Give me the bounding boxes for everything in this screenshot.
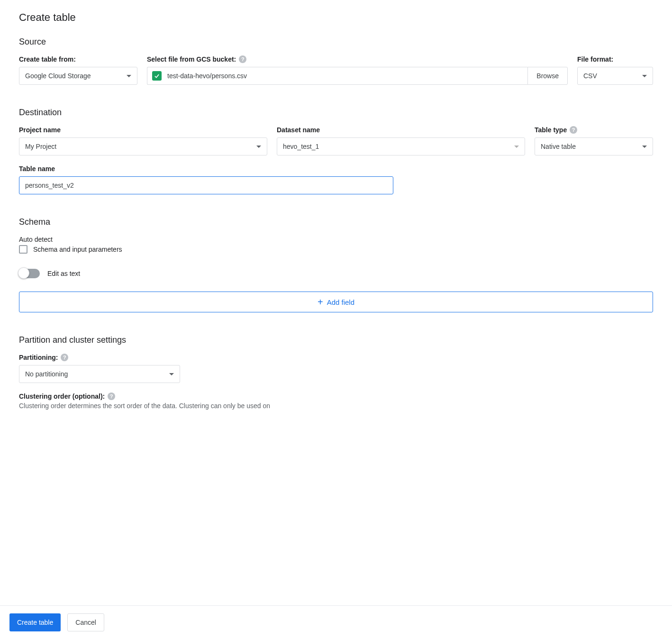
caret-down-icon — [642, 75, 647, 77]
edit-as-text-label: Edit as text — [47, 270, 80, 277]
clustering-label: Clustering order (optional): ? — [19, 393, 653, 400]
partitioning-label: Partitioning: ? — [19, 354, 180, 361]
destination-title: Destination — [19, 108, 653, 118]
caret-down-icon — [169, 373, 174, 375]
help-icon[interactable]: ? — [108, 393, 115, 400]
toggle-knob — [18, 267, 29, 279]
edit-as-text-toggle[interactable] — [19, 269, 40, 278]
create-from-label: Create table from: — [19, 55, 137, 63]
table-type-label-text: Table type — [535, 126, 567, 134]
dataset-value: hevo_test_1 — [283, 143, 319, 150]
help-icon[interactable]: ? — [570, 126, 577, 134]
partitioning-label-text: Partitioning: — [19, 354, 58, 361]
auto-detect-checkbox-label: Schema and input parameters — [33, 246, 122, 253]
destination-section: Destination Project name My Project Data… — [19, 108, 653, 194]
gcs-file-path[interactable] — [166, 72, 523, 80]
project-label: Project name — [19, 126, 267, 134]
auto-detect-label: Auto detect — [19, 236, 653, 243]
table-name-label: Table name — [19, 165, 393, 173]
file-format-value: CSV — [583, 72, 597, 80]
table-name-input[interactable] — [19, 176, 393, 194]
page-title: Create table — [19, 11, 653, 24]
project-value: My Project — [25, 143, 56, 150]
add-field-button[interactable]: + Add field — [19, 292, 653, 312]
select-file-label: Select file from GCS bucket: ? — [147, 55, 568, 63]
partitioning-select[interactable]: No partitioning — [19, 365, 180, 383]
auto-detect-checkbox[interactable] — [19, 245, 27, 254]
table-type-label: Table type ? — [535, 126, 653, 134]
clustering-hint: Clustering order determines the sort ord… — [19, 402, 653, 410]
source-section: Source Create table from: Google Cloud S… — [19, 37, 653, 85]
select-file-label-text: Select file from GCS bucket: — [147, 55, 236, 63]
table-type-value: Native table — [541, 143, 576, 150]
add-field-label: Add field — [327, 298, 354, 306]
create-from-select[interactable]: Google Cloud Storage — [19, 67, 137, 85]
project-select[interactable]: My Project — [19, 137, 267, 155]
file-format-label: File format: — [577, 55, 653, 63]
gcs-file-input[interactable] — [147, 67, 527, 85]
create-from-value: Google Cloud Storage — [25, 72, 91, 80]
dataset-label: Dataset name — [277, 126, 525, 134]
schema-section: Schema Auto detect Schema and input para… — [19, 217, 653, 312]
caret-down-icon — [642, 146, 647, 148]
caret-down-icon — [127, 75, 131, 77]
caret-down-icon — [514, 146, 519, 148]
schema-title: Schema — [19, 217, 653, 227]
plus-icon: + — [318, 297, 323, 307]
clustering-label-text: Clustering order (optional): — [19, 393, 105, 400]
partition-title: Partition and cluster settings — [19, 335, 653, 345]
partitioning-value: No partitioning — [25, 370, 68, 378]
source-title: Source — [19, 37, 653, 47]
help-icon[interactable]: ? — [61, 354, 68, 361]
file-format-select[interactable]: CSV — [577, 67, 653, 85]
check-icon — [152, 71, 162, 81]
dataset-select[interactable]: hevo_test_1 — [277, 137, 525, 155]
partition-section: Partition and cluster settings Partition… — [19, 335, 653, 410]
browse-button[interactable]: Browse — [527, 67, 568, 85]
help-icon[interactable]: ? — [239, 55, 246, 63]
caret-down-icon — [256, 146, 261, 148]
table-type-select[interactable]: Native table — [535, 137, 653, 155]
